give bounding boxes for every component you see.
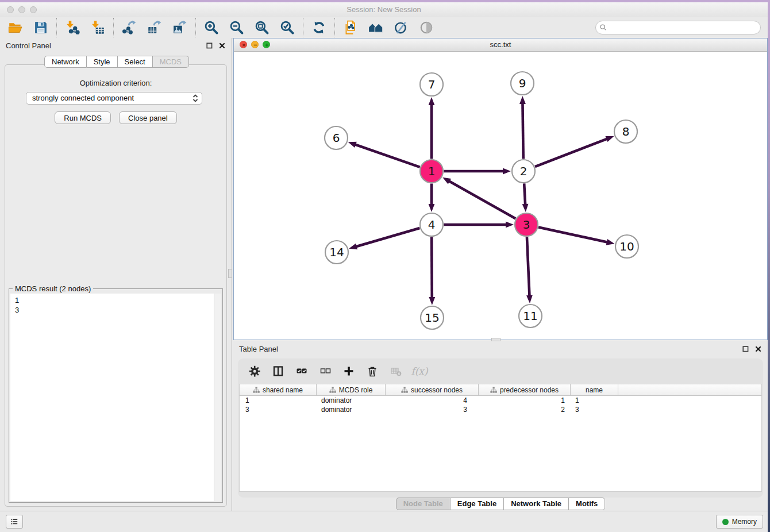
edge-1-2[interactable]	[444, 168, 511, 175]
home-icon[interactable]	[368, 20, 384, 36]
close-table-panel-icon[interactable]	[755, 345, 762, 352]
select-all-icon[interactable]	[295, 365, 308, 377]
edge-4-3[interactable]	[444, 222, 514, 228]
tab-style[interactable]: Style	[87, 56, 118, 68]
graphics-details-icon[interactable]	[393, 20, 409, 36]
node-10[interactable]: 10	[615, 235, 638, 258]
network-canvas[interactable]: 1234678910111415	[234, 51, 767, 340]
column-header-successor-nodes[interactable]: successor nodes	[386, 384, 479, 395]
edge-4-14[interactable]	[349, 228, 419, 249]
tab-node-table[interactable]: Node Table	[396, 498, 451, 510]
delete-row-icon[interactable]	[366, 365, 379, 377]
network-view-title: scc.txt	[490, 40, 511, 49]
search-box	[595, 21, 761, 34]
node-3[interactable]: 3	[515, 213, 538, 236]
node-4[interactable]: 4	[420, 213, 443, 236]
open-folder-icon[interactable]	[7, 20, 24, 36]
column-header-predecessor-nodes[interactable]: predecessor nodes	[479, 384, 571, 395]
node-1[interactable]: 1	[420, 160, 443, 183]
tab-edge-table[interactable]: Edge Table	[451, 498, 504, 510]
node-label: 14	[329, 245, 344, 259]
export-table-icon[interactable]	[147, 20, 163, 36]
zoom-fit-icon[interactable]	[254, 20, 270, 36]
network-canvas-svg: 1234678910111415	[234, 51, 767, 340]
tab-mcds[interactable]: MCDS	[153, 56, 189, 68]
table-cell: 2	[479, 406, 571, 414]
edge-2-8[interactable]	[535, 136, 614, 167]
node-label: 8	[622, 125, 630, 138]
node-label: 3	[523, 218, 530, 232]
toolbar-group-3	[113, 18, 195, 37]
search-icon	[599, 24, 607, 32]
tab-network[interactable]: Network	[44, 56, 87, 68]
table-panel-body: f(x) shared nameMCDS rolesuccessor nodes…	[238, 358, 763, 498]
zoom-out-icon[interactable]	[229, 20, 245, 36]
table-row[interactable]: 3dominator323	[240, 405, 761, 414]
columns-icon[interactable]	[272, 365, 284, 377]
maximize-view-button[interactable]	[263, 41, 270, 48]
edge-4-15[interactable]	[429, 237, 435, 305]
task-history-button[interactable]	[6, 515, 23, 529]
column-header-shared-name[interactable]: shared name	[240, 384, 317, 395]
zoom-selected-icon[interactable]	[279, 20, 295, 36]
table-panel: Table Panel f(x) shared nameMCDS rolesuc…	[233, 341, 768, 511]
close-view-button[interactable]	[240, 41, 247, 48]
column-header-label: successor nodes	[411, 386, 463, 394]
edge-1-6[interactable]	[348, 142, 420, 167]
node-8[interactable]: 8	[614, 120, 637, 143]
tab-motifs[interactable]: Motifs	[569, 498, 605, 510]
export-image-icon[interactable]	[172, 20, 188, 36]
table-cell: 1	[571, 396, 618, 404]
memory-button[interactable]: Memory	[716, 515, 763, 529]
close-panel-icon[interactable]	[219, 42, 226, 49]
node-11[interactable]: 11	[519, 304, 542, 327]
add-row-icon[interactable]	[342, 365, 355, 377]
import-network-icon[interactable]	[64, 20, 80, 36]
close-panel-button[interactable]: Close panel	[119, 111, 177, 124]
float-panel-icon[interactable]	[206, 42, 213, 49]
column-header-name[interactable]: name	[571, 384, 618, 395]
edge-1-7[interactable]	[429, 97, 435, 159]
gear-icon[interactable]	[248, 365, 261, 377]
float-table-panel-icon[interactable]	[742, 345, 749, 352]
tab-select[interactable]: Select	[118, 56, 153, 68]
edge-2-3[interactable]	[522, 183, 529, 212]
result-scrollbar[interactable]	[214, 294, 221, 501]
search-input[interactable]	[595, 21, 761, 34]
node-table: shared nameMCDS rolesuccessor nodesprede…	[239, 384, 762, 492]
minimize-view-button[interactable]	[251, 41, 259, 48]
zoom-in-icon[interactable]	[203, 20, 220, 36]
window-titlebar: Session: New Session	[0, 2, 768, 18]
table-header-row: shared nameMCDS rolesuccessor nodesprede…	[240, 384, 761, 396]
column-header-MCDS-role[interactable]: MCDS role	[317, 384, 386, 395]
table-row[interactable]: 1dominator411	[240, 396, 761, 405]
edge-3-11[interactable]	[526, 237, 533, 303]
import-table-icon[interactable]	[90, 20, 106, 36]
clone-network-icon[interactable]	[342, 20, 359, 36]
mcds-result-group: MCDS result (2 nodes) 13	[9, 288, 223, 503]
run-mcds-button[interactable]: Run MCDS	[55, 111, 111, 124]
toolbar-groups	[0, 17, 442, 38]
node-7[interactable]: 7	[420, 73, 443, 96]
control-panel-header: Control Panel	[0, 38, 232, 54]
criterion-dropdown[interactable]: strongly connected component	[26, 92, 202, 105]
export-network-icon[interactable]	[121, 20, 137, 36]
birdseye-icon[interactable]	[418, 20, 434, 36]
node-2[interactable]: 2	[512, 160, 535, 183]
edge-3-10[interactable]	[538, 228, 614, 245]
vertical-splitter-handle[interactable]	[228, 269, 232, 278]
node-15[interactable]: 15	[421, 306, 444, 329]
node-6[interactable]: 6	[325, 126, 348, 149]
save-icon[interactable]	[33, 20, 49, 36]
refresh-icon[interactable]	[311, 20, 327, 36]
mcds-result-area[interactable]: 13	[10, 294, 221, 501]
deselect-all-icon[interactable]	[319, 365, 332, 377]
node-14[interactable]: 14	[325, 241, 348, 264]
edge-2-9[interactable]	[519, 96, 526, 159]
node-label: 7	[428, 78, 436, 91]
node-label: 4	[428, 218, 436, 232]
tab-network-table[interactable]: Network Table	[504, 498, 569, 510]
edge-1-4[interactable]	[429, 184, 435, 213]
edge-3-1[interactable]	[442, 178, 515, 219]
node-9[interactable]: 9	[511, 72, 534, 95]
